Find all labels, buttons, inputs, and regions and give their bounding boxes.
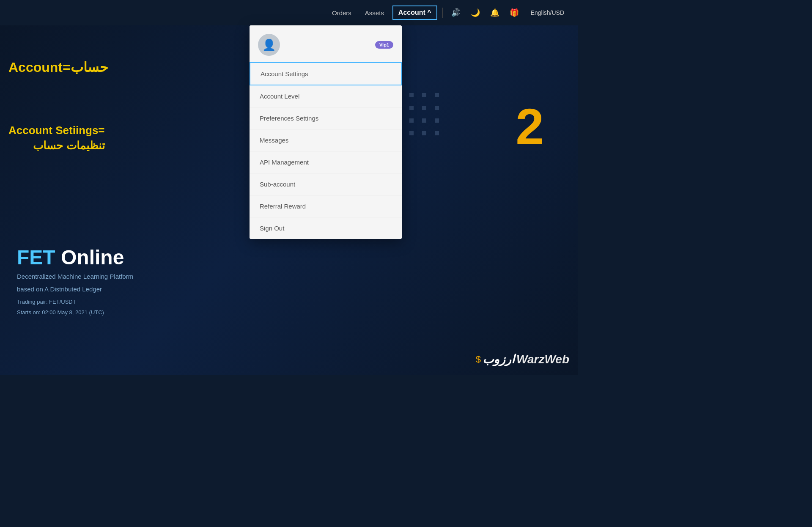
annotation-settings-line1: Account Setiings= [8,123,105,138]
dropdown-item-messages[interactable]: Messages [250,129,402,151]
hero-subtitle1: Decentralized Machine Learning Platform [17,272,133,282]
account-settings-label: Account Settings [261,70,308,77]
hero-subtitle2: based on A Distributed Ledger [17,284,133,294]
step-number: 2 [516,97,544,156]
nav-assets[interactable]: Assets [360,7,389,19]
lang-label: English/USD [531,9,564,16]
annotation-settings: Account Setiings= تنظیمات حساب [8,123,105,154]
volume-icon[interactable]: 🔊 [448,5,464,20]
hero-title-highlight: FET [17,246,55,269]
nav-language[interactable]: English/USD [526,7,569,19]
account-label: Account ^ [398,9,431,16]
sub-account-label: Sub-account [260,181,295,188]
dropdown-menu: 👤 Vip1 Account Settings Account Level Pr… [250,25,402,239]
dropdown-item-api-management[interactable]: API Management [250,151,402,173]
hero-text-area: FET Online Decentralized Machine Learnin… [17,246,133,316]
nav-divider [442,8,443,18]
gift-icon[interactable]: 🎁 [506,5,522,20]
dropdown-item-preferences[interactable]: Preferences Settings [250,107,402,129]
hero-title-rest: Online [55,246,124,269]
assets-label: Assets [365,9,384,16]
avatar: 👤 [258,34,280,56]
dropdown-item-account-level[interactable]: Account Level [250,85,402,107]
moon-icon[interactable]: 🌙 [467,5,483,20]
hero-starts: Starts on: 02:00 May 8, 2021 (UTC) [17,309,133,316]
dropdown-avatar-section: 👤 Vip1 [250,25,402,62]
annotation-account: Account=حساب [8,59,108,75]
preferences-settings-label: Preferences Settings [260,115,318,122]
hero-pair: Trading pair: FET/USDT [17,299,133,305]
nav-account[interactable]: Account ^ [392,5,437,20]
logo-area: $ ارزوب WarzWeb [476,352,569,366]
messages-label: Messages [260,137,288,144]
nav-orders[interactable]: Orders [327,7,357,19]
vip-badge: Vip1 [375,41,393,49]
dropdown-item-sub-account[interactable]: Sub-account [250,173,402,195]
logo-web: WarzWeb [516,353,569,366]
dropdown-item-referral-reward[interactable]: Referral Reward [250,195,402,217]
dropdown-item-account-settings[interactable]: Account Settings [250,62,402,85]
navbar: Orders Assets Account ^ 🔊 🌙 🔔 🎁 English/… [0,0,578,25]
account-dropdown: 👤 Vip1 Account Settings Account Level Pr… [250,25,402,239]
bell-icon[interactable]: 🔔 [487,5,503,20]
sign-out-label: Sign Out [260,225,284,232]
referral-reward-label: Referral Reward [260,203,306,210]
logo-icon: $ [476,354,481,365]
dots-decoration [397,93,442,139]
orders-label: Orders [332,9,351,16]
annotation-settings-line2: تنظیمات حساب [8,138,105,153]
hero-title: FET Online [17,246,133,269]
account-level-label: Account Level [260,93,299,100]
logo-arz: ارزوب [483,352,515,366]
api-management-label: API Management [260,159,309,166]
dropdown-item-sign-out[interactable]: Sign Out [250,217,402,239]
